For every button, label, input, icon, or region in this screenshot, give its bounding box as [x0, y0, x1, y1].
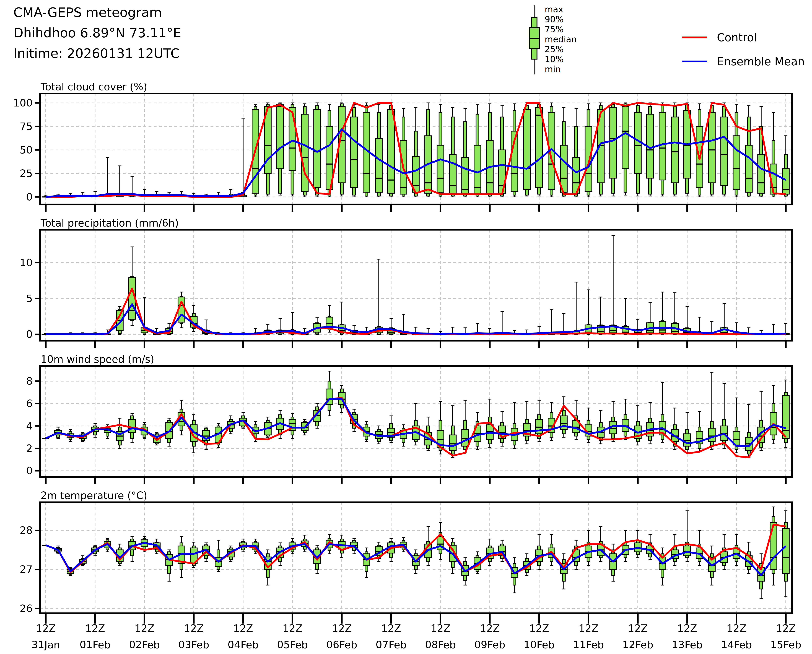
boxplot	[437, 523, 444, 559]
boxplot	[462, 400, 469, 453]
boxplot	[635, 406, 641, 445]
x-label-hour: 12Z	[628, 622, 648, 634]
x-label-date: 12Feb	[622, 639, 653, 651]
y-tick-label: 4	[26, 420, 33, 432]
x-label-date: 15Feb	[770, 639, 801, 651]
y-tick-label: 0	[26, 465, 33, 477]
boxplots	[43, 507, 789, 599]
y-tick-label: 75	[20, 121, 33, 132]
x-label-date: 05Feb	[277, 639, 308, 651]
meteogram-page: { "header": { "line1": "CMA-GEPS meteogr…	[0, 0, 812, 654]
iqr-box	[783, 169, 789, 194]
boxplot	[413, 403, 419, 445]
boxplot	[659, 103, 666, 196]
boxplot	[486, 104, 493, 197]
y-axis: 0510	[20, 257, 40, 340]
x-label-hour: 12Z	[480, 622, 500, 634]
boxplot	[622, 103, 629, 195]
boxplot	[585, 408, 592, 443]
y-tick-label: 25	[20, 168, 33, 179]
boxplot	[573, 108, 580, 197]
boxplot	[486, 539, 493, 565]
iqr-box	[708, 112, 715, 183]
x-label-date: 14Feb	[721, 639, 752, 651]
y-tick-label: 0	[26, 329, 33, 340]
iqr-box	[523, 110, 530, 189]
iqr-box	[277, 105, 284, 169]
iqr-box	[474, 145, 481, 194]
y-tick-label: 27	[20, 564, 33, 575]
boxplot	[610, 235, 616, 334]
x-label-date: 31Jan	[32, 639, 60, 651]
y-tick-label: 28	[20, 524, 33, 536]
boxplot	[363, 548, 370, 578]
x-label-date: 07Feb	[376, 639, 407, 651]
iqr-box	[462, 157, 469, 194]
boxplot	[326, 371, 333, 416]
boxplot	[375, 259, 382, 334]
boxplot	[166, 550, 173, 581]
iqr-box	[610, 108, 616, 178]
panel-title: 2m temperature (°C)	[41, 490, 147, 501]
boxplot	[450, 108, 456, 197]
boxplot	[301, 104, 308, 197]
boxplot	[548, 309, 555, 334]
boxplot	[561, 397, 567, 437]
boxplot	[474, 105, 481, 197]
boxplot	[585, 530, 592, 565]
iqr-box	[450, 154, 456, 193]
panel-title: 10m wind speed (m/s)	[41, 353, 154, 365]
boxplot	[573, 540, 580, 570]
boxplot	[314, 318, 321, 334]
iqr-box	[745, 145, 752, 192]
boxplot	[338, 535, 345, 558]
boxplot	[696, 411, 703, 452]
boxplot	[622, 399, 629, 440]
panel-title: Total cloud cover (%)	[40, 81, 147, 93]
x-label-hour: 12Z	[430, 622, 450, 634]
panel-border	[40, 230, 792, 341]
iqr-box	[450, 435, 456, 451]
iqr-box	[437, 145, 444, 192]
boxplot	[215, 540, 222, 571]
boxplot	[647, 103, 653, 196]
boxplot	[437, 105, 444, 197]
x-label-hour: 12Z	[283, 622, 303, 634]
x-label-date: 01Feb	[80, 639, 110, 651]
boxplot	[178, 536, 185, 577]
boxplots	[43, 371, 789, 457]
x-axis	[46, 613, 786, 623]
boxplot	[511, 558, 518, 593]
boxplot	[671, 534, 678, 565]
boxplot	[647, 402, 653, 444]
y-tick-label: 6	[26, 398, 33, 410]
y-tick-label: 5	[26, 293, 33, 304]
panel-title: Total precipitation (mm/6h)	[40, 217, 179, 229]
x-label-date: 11Feb	[573, 639, 604, 651]
boxplot	[635, 103, 641, 196]
boxplot	[536, 534, 543, 569]
boxplot	[783, 324, 789, 334]
iqr-box	[462, 429, 469, 446]
boxplot	[548, 402, 555, 441]
panel-2m-temperature-c: 2627282m temperature (°C)	[20, 490, 792, 623]
boxplot	[770, 507, 777, 585]
boxplot	[511, 402, 518, 448]
boxplot	[684, 511, 691, 562]
boxplot	[523, 401, 530, 444]
boxplot	[610, 401, 616, 442]
boxplot	[745, 405, 752, 457]
iqr-box	[622, 107, 629, 169]
boxplot	[659, 548, 666, 585]
iqr-box	[671, 117, 678, 183]
boxplot	[721, 384, 728, 448]
boxplot	[561, 108, 567, 197]
iqr-box	[289, 108, 296, 171]
y-tick-label: 50	[20, 144, 33, 156]
iqr-box	[708, 428, 715, 442]
boxplot	[129, 247, 136, 325]
iqr-box	[783, 396, 789, 438]
boxplot	[351, 105, 358, 197]
boxplot	[622, 530, 629, 562]
x-label-hour: 12Z	[381, 622, 401, 634]
